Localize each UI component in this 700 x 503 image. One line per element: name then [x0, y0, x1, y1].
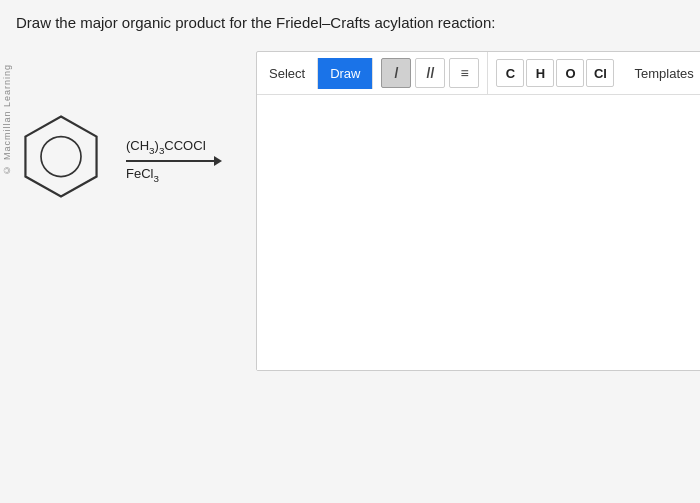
- benzene-structure: [16, 111, 106, 211]
- reagent-bottom: FeCl3: [126, 166, 159, 184]
- page-wrapper: Draw the major organic product for the F…: [0, 0, 700, 503]
- watermark: © Macmillan Learning: [0, 60, 14, 179]
- reaction-arrow: [126, 160, 216, 162]
- templates-label: Templates: [634, 66, 693, 81]
- chlorine-button[interactable]: Cl: [586, 59, 614, 87]
- triple-bond-icon: ≡: [460, 65, 468, 81]
- bond-tools: / // ≡: [373, 52, 488, 94]
- arrow-row: [126, 160, 216, 162]
- reagent-top: (CH3)3CCOCI: [126, 138, 206, 156]
- carbon-button[interactable]: C: [496, 59, 524, 87]
- double-bond-button[interactable]: //: [415, 58, 445, 88]
- double-bond-icon: //: [427, 65, 435, 81]
- oxygen-button[interactable]: O: [556, 59, 584, 87]
- toolbar: Select Draw / // ≡ C: [257, 52, 700, 95]
- single-bond-button[interactable]: /: [381, 58, 411, 88]
- single-bond-icon: /: [395, 65, 399, 81]
- header-bar: Draw the major organic product for the F…: [0, 0, 700, 41]
- select-tab[interactable]: Select: [257, 58, 318, 89]
- drawing-panel: Select Draw / // ≡ C: [256, 51, 700, 371]
- select-label: Select: [269, 66, 305, 81]
- benzene-container: (CH3)3CCOCI FeCl3: [16, 111, 216, 211]
- reaction-info: (CH3)3CCOCI FeCl3: [126, 138, 216, 183]
- question-text: Draw the major organic product for the F…: [16, 12, 684, 33]
- draw-tab[interactable]: Draw: [318, 58, 373, 89]
- svg-marker-0: [25, 117, 96, 197]
- svg-point-1: [41, 137, 81, 177]
- atom-buttons: C H O Cl: [488, 53, 622, 93]
- main-content: (CH3)3CCOCI FeCl3 Select Draw: [0, 41, 700, 371]
- left-panel: (CH3)3CCOCI FeCl3: [16, 51, 236, 221]
- hydrogen-button[interactable]: H: [526, 59, 554, 87]
- templates-tab[interactable]: Templates: [622, 58, 700, 89]
- draw-label: Draw: [330, 66, 360, 81]
- triple-bond-button[interactable]: ≡: [449, 58, 479, 88]
- draw-area[interactable]: [257, 95, 700, 370]
